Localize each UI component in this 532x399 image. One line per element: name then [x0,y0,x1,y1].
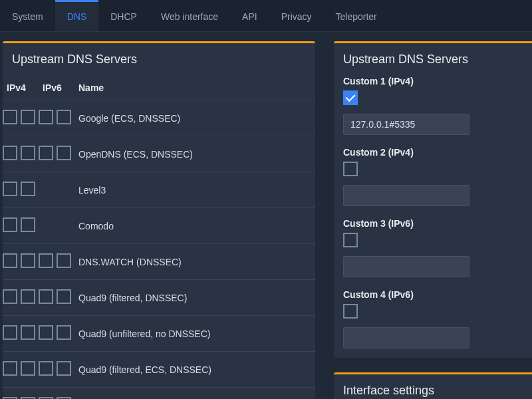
custom-dns-input[interactable] [343,327,469,348]
ipv4-checkbox[interactable] [3,289,17,304]
tab-web-interface[interactable]: Web interface [149,0,230,31]
ipv4-checkbox[interactable] [3,146,17,160]
interface-settings-card: Interface settings Recommended setting A… [334,372,532,399]
provider-row: Quad9 (unfiltered, no DNSSEC) [3,316,315,352]
provider-row: Quad9 (filtered, ECS, DNSSEC) [3,352,315,388]
ipv6-checkbox[interactable] [57,289,71,304]
ipv4-checkbox[interactable] [21,217,35,232]
provider-name: Google (ECS, DNSSEC) [74,100,315,136]
card-title: Upstream DNS Servers [334,43,532,76]
ipv4-checkbox[interactable] [3,110,17,124]
tab-api[interactable]: API [230,0,269,31]
provider-name: Quad9 (filtered, DNSSEC) [74,280,315,316]
ipv6-checkbox[interactable] [39,325,53,340]
provider-row: Comodo [3,208,315,244]
custom-dns-item: Custom 4 (IPv6) [343,289,469,348]
custom-dns-input[interactable] [343,185,469,206]
custom-dns-input[interactable] [343,256,469,277]
custom-dns-input[interactable] [343,114,469,135]
ipv6-checkbox[interactable] [57,361,71,376]
tab-system[interactable]: System [0,0,55,31]
custom-dns-checkbox[interactable] [343,162,358,176]
settings-tabs: System DNS DHCP Web interface API Privac… [0,0,532,32]
provider-row: Level3 [3,172,315,208]
custom-dns-item: Custom 2 (IPv4) [343,147,469,206]
ipv4-checkbox[interactable] [21,146,35,160]
ipv6-checkbox[interactable] [39,146,53,160]
custom-dns-item: Custom 1 (IPv4) [343,76,469,135]
provider-row: DNS.WATCH (DNSSEC) [3,244,315,280]
tab-teleporter[interactable]: Teleporter [324,0,389,31]
upstream-dns-providers-card: Upstream DNS Servers IPv4 IPv6 Name Goog… [3,41,315,399]
ipv4-checkbox[interactable] [3,217,17,232]
provider-row: Cloudflare (DNSSEC) [3,388,315,400]
provider-name: Quad9 (unfiltered, no DNSSEC) [74,316,315,352]
col-ipv6: IPv6 [39,76,74,100]
ipv6-checkbox[interactable] [39,289,53,304]
ipv4-checkbox[interactable] [21,289,35,304]
custom-dns-checkbox[interactable] [343,304,358,319]
provider-name: DNS.WATCH (DNSSEC) [74,244,315,280]
ipv4-checkbox[interactable] [21,182,35,196]
tab-privacy[interactable]: Privacy [269,0,324,31]
provider-row: OpenDNS (ECS, DNSSEC) [3,136,315,172]
ipv6-checkbox[interactable] [39,361,53,376]
custom-dns-checkbox[interactable] [343,233,358,247]
dns-providers-table: IPv4 IPv6 Name Google (ECS, DNSSEC)OpenD… [3,76,315,399]
provider-name: Cloudflare (DNSSEC) [74,388,315,400]
custom-dns-label: Custom 1 (IPv4) [343,76,469,86]
custom-dns-label: Custom 4 (IPv6) [343,289,469,300]
provider-row: Quad9 (filtered, DNSSEC) [3,280,315,316]
provider-name: Quad9 (filtered, ECS, DNSSEC) [74,352,315,388]
col-ipv4: IPv4 [3,76,39,100]
ipv6-checkbox[interactable] [39,110,53,124]
ipv4-checkbox[interactable] [3,182,17,196]
ipv4-checkbox[interactable] [21,110,35,124]
tab-dhcp[interactable]: DHCP [98,0,149,31]
tab-dns[interactable]: DNS [55,0,99,31]
ipv6-checkbox[interactable] [57,253,71,268]
provider-name: OpenDNS (ECS, DNSSEC) [74,136,315,172]
custom-dns-label: Custom 3 (IPv6) [343,218,469,229]
ipv6-checkbox[interactable] [57,110,71,124]
ipv4-checkbox[interactable] [3,325,17,340]
custom-dns-item: Custom 3 (IPv6) [343,218,469,277]
provider-name: Level3 [74,172,315,208]
ipv4-checkbox[interactable] [21,325,35,340]
custom-dns-label: Custom 2 (IPv4) [343,147,469,158]
col-name: Name [74,76,315,100]
custom-upstream-card: Upstream DNS Servers Custom 1 (IPv4)Cust… [334,41,532,358]
ipv4-checkbox[interactable] [3,253,17,268]
ipv4-checkbox[interactable] [3,361,17,376]
custom-dns-checkbox[interactable] [343,90,358,105]
ipv6-checkbox[interactable] [57,325,71,340]
card-title: Interface settings [334,374,532,399]
provider-row: Google (ECS, DNSSEC) [3,100,315,136]
ipv4-checkbox[interactable] [21,361,35,376]
ipv6-checkbox[interactable] [39,253,53,268]
card-title: Upstream DNS Servers [3,43,315,76]
ipv4-checkbox[interactable] [21,253,35,268]
provider-name: Comodo [74,208,315,244]
ipv6-checkbox[interactable] [57,146,71,160]
